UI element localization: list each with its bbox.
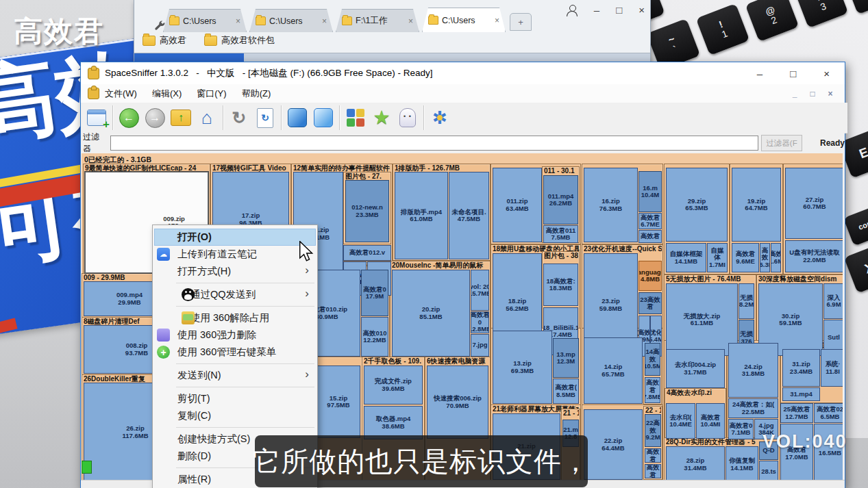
new-tab-button[interactable]: + (510, 13, 532, 31)
context-menu-item-上传到有道云笔记[interactable]: ☁上传到有道云笔记 (153, 246, 317, 263)
treemap-block-高效君012.v[interactable]: 高效君012.v (343, 245, 391, 261)
context-menu-item-使用 360强力删除[interactable]: 使用 360强力删除 (153, 326, 317, 344)
close-button[interactable]: × (638, 4, 645, 16)
cube-dark-button[interactable] (284, 105, 310, 130)
treemap-block-16.zip[interactable]: 16.zip76.3MB (584, 168, 638, 242)
treemap-block-自媒体框架[interactable]: 自媒体框架14.1MB (666, 243, 706, 272)
treemap-block-高效君0[interactable]: 高效君07.1MB (728, 419, 754, 439)
treemap-block-无损放大.zip[interactable]: 无损放大.zip61.1MB (666, 283, 738, 356)
tab-0[interactable]: C:\Users× (163, 9, 247, 32)
ghost-button[interactable] (395, 105, 421, 130)
mdi-restore-button[interactable]: □ (808, 89, 817, 99)
tab-2[interactable]: F:\1工作× (336, 9, 419, 32)
treemap-block-13.mp[interactable]: 13.mp12.3M (553, 338, 579, 378)
treemap-block-13.zip[interactable]: 13.zip69.3MB (493, 331, 552, 404)
treemap-block-快速搜索006.zip[interactable]: 快速搜索006.zip70.9MB (427, 365, 488, 439)
maximize-button[interactable]: □ (790, 68, 796, 79)
treemap-block-无损[interactable]: 无损8.2M (739, 283, 754, 319)
context-menu-item-使用 360管理右键菜单[interactable]: +使用 360管理右键菜单 (153, 344, 317, 361)
home-button[interactable]: ⌂ (194, 105, 220, 130)
treemap-block-高效君0[interactable]: 高效君012.8MB (471, 311, 489, 333)
treemap-block-27.zip[interactable]: 27.zip60.7MB (785, 168, 843, 239)
treemap-block-20.zip[interactable]: 20.zip85.1MB (392, 270, 470, 357)
treemap-block-19.zip[interactable]: 19.zip64.7MB (732, 168, 781, 242)
treemap-block-去水印004.zip[interactable]: 去水印004.zip31.7MB (666, 349, 725, 388)
treemap-block-28.zip[interactable]: 28.zip31.4MB (666, 446, 725, 480)
tab-1[interactable]: C:\Users× (249, 9, 333, 32)
treemap-block-高效君[interactable]: 高效君7.8MB (645, 377, 660, 403)
treemap-block-取色器.mp4[interactable]: 取色器.mp438.6MB (364, 406, 423, 439)
treemap-block-15.zip[interactable]: 15.zip97.5MB (317, 365, 360, 438)
treemap-block-16.m[interactable]: 16.m10.4M (638, 171, 662, 212)
new-view-button[interactable]: + (84, 105, 110, 130)
minimize-button[interactable]: – (757, 68, 762, 79)
treemap-block-高效010[interactable]: 高效01012.2MB (361, 317, 388, 357)
treemap-block-U盘有时无法读取[interactable]: U盘有时无法读取22.0MB (785, 240, 843, 272)
treemap-block-系统·[interactable]: 系统·11.8I (821, 349, 843, 387)
blocks-button[interactable] (343, 105, 369, 130)
minimize-button[interactable]: – (594, 4, 599, 16)
treemap-block-排版助手.mp4[interactable]: 排版助手.mp461.0MB (395, 172, 448, 259)
treemap-block-25高效君[interactable]: 25高效君12.7MB (780, 403, 813, 423)
user-icon[interactable] (567, 5, 578, 16)
treemap-block-14高效[interactable]: 14高效10.5M (645, 343, 660, 376)
mdi-minimize-button[interactable]: _ (790, 89, 799, 99)
forward-button[interactable]: → (142, 105, 168, 130)
treemap-block-31.mp4[interactable]: 31.mp4 (782, 387, 820, 401)
treemap-block-未命名项目.[interactable]: 未命名项目.47.5MB (449, 172, 489, 259)
menu-2[interactable]: 窗口(Y) (197, 88, 226, 99)
context-menu-item-复制(C)[interactable]: 复制(C) (153, 407, 317, 424)
menu-1[interactable]: 编辑(X) (152, 88, 182, 99)
treemap-block-高效君0[interactable]: 高效君017.9M (361, 270, 388, 316)
treemap-block-你值复制[interactable]: 你值复制14.1MB (726, 446, 758, 480)
tab-close-icon[interactable]: × (322, 16, 327, 26)
treemap-block-011.mp4[interactable]: 011.mp426.2MB (543, 175, 578, 224)
treemap-block-高效君02[interactable]: 高效君026.5MB (814, 403, 843, 423)
treemap-block-高效[interactable]: 高效1.6M (771, 243, 781, 272)
treemap-block-高效君011[interactable]: 高效君0117.5MB (543, 225, 578, 243)
treemap-block-自媒体[interactable]: 自媒体1.7MI (707, 243, 728, 272)
treemap-block-012-new.n[interactable]: 012-new.n23.3MB (345, 180, 389, 242)
context-menu-item-发送到(N)[interactable]: 发送到(N)› (153, 367, 317, 384)
context-menu-item-使用 360解除占用[interactable]: 使用 360解除占用 (153, 309, 317, 326)
tab-3[interactable]: C:\Users× (422, 8, 506, 32)
treemap-block-高效君[interactable]: 高效君9.6ME (732, 243, 759, 272)
treemap-block-18高效君:[interactable]: 18高效君:18.3MB (543, 264, 578, 306)
treemap-block-24高效君：如([interactable]: 24高效君：如(22.5MB (728, 398, 778, 418)
treemap-block-高效[interactable]: 高效6.3I (760, 243, 770, 272)
tab-close-icon[interactable]: × (408, 16, 413, 26)
treemap-block-011.zip[interactable]: 011.zip63.4MB (493, 168, 542, 242)
refresh-view-button[interactable]: ↻ (252, 105, 278, 130)
treemap-block-language[interactable]: language4.8MB (638, 261, 662, 291)
tab-close-icon[interactable]: × (495, 16, 499, 25)
tab-close-icon[interactable]: × (236, 16, 240, 26)
treemap-block-高效君[interactable]: 高效君 (645, 448, 661, 463)
folder-item-1[interactable]: 高效君软件包 (204, 34, 275, 47)
treemap-block-22.zip[interactable]: 22.zip64.4MB (584, 409, 643, 480)
treemap-block-31.zip[interactable]: 31.zip23.4MB (782, 349, 820, 387)
close-button[interactable]: × (823, 68, 830, 79)
menu-0[interactable]: 文件(W) (105, 88, 137, 99)
rescan-button[interactable]: ↻ (226, 105, 252, 130)
treemap-block-14.zip[interactable]: 14.zip65.7MB (584, 337, 643, 404)
treemap-block-28.ts[interactable]: 28.ts (759, 461, 778, 480)
treemap-block-高效君[interactable]: 高效君6.7ME (638, 213, 662, 229)
treemap-block-29.zip[interactable]: 29.zip65.3MB (666, 168, 728, 242)
treemap-block-7.jpg[interactable]: 7.jpg (471, 334, 489, 357)
treemap-block-高效君[interactable]: 高效君10.4MI (696, 403, 725, 439)
menu-3[interactable]: 帮助(Z) (242, 88, 271, 99)
context-menu-item-通过QQ发送到[interactable]: 通过QQ发送到› (153, 286, 317, 303)
mdi-close-button[interactable]: × (826, 89, 835, 99)
context-menu-item-剪切(T)[interactable]: 剪切(T) (153, 390, 317, 407)
treemap-block-22高效[interactable]: 22高效9.2M (645, 414, 661, 447)
treemap-block-完成文件.zip[interactable]: 完成文件.zip39.6MB (364, 365, 423, 404)
folder-item-0[interactable]: 高效君 (142, 34, 186, 47)
treemap-block-去水印([interactable]: 去水印(10.4ME (666, 403, 695, 439)
treemap-block-高效君[interactable]: 高效君 (645, 464, 661, 478)
filter-input[interactable] (110, 136, 758, 151)
context-menu-item-打开方式(H)[interactable]: 打开方式(H)› (153, 263, 317, 280)
cube-light-button[interactable] (310, 105, 336, 130)
treemap-block-23高效君[interactable]: 23高效君 (638, 292, 662, 314)
treemap-block-24.zip[interactable]: 24.zip31.8MB (728, 343, 778, 398)
maximize-button[interactable]: □ (616, 4, 622, 16)
